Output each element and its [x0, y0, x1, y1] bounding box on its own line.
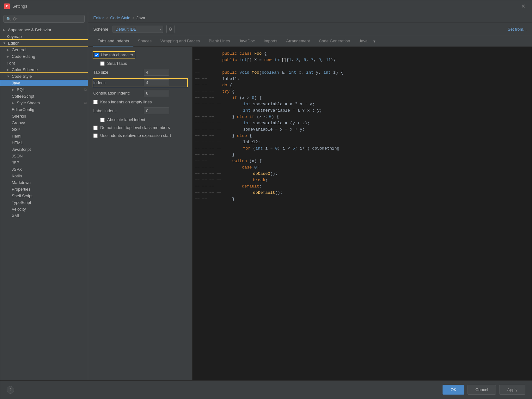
sidebar-tree: ▶ Appearance & Behavior Keymap ▼ Editor … [0, 25, 88, 380]
sidebar-item-label: Color Scheme [12, 67, 88, 72]
gear-button[interactable]: ⚙ [166, 25, 174, 33]
continuation-indent-row: Continuation indent: [93, 90, 187, 96]
sidebar-item-kotlin[interactable]: Kotlin [0, 173, 88, 179]
tab-size-input[interactable] [144, 69, 169, 76]
tab-arrangement[interactable]: Arrangement [282, 36, 314, 46]
sidebar-item-keymap[interactable]: Keymap [0, 33, 88, 40]
sidebar-item-properties[interactable]: Properties [0, 186, 88, 193]
sidebar-item-gsp[interactable]: GSP [0, 126, 88, 133]
settings-window: P Settings ✕ 🔍 ▶ Appearance & Behavior K… [0, 0, 532, 399]
sidebar-item-font[interactable]: Font [0, 60, 88, 66]
code-text: do { [222, 82, 232, 89]
close-button[interactable]: ✕ [519, 2, 528, 10]
line-markers: —— —— —— —— [195, 171, 222, 176]
code-text: try { [222, 89, 235, 95]
sidebar-item-style-sheets[interactable]: ▶ Style Sheets ⧉ [0, 100, 88, 106]
sidebar-item-color-scheme[interactable]: ▶ Color Scheme [0, 66, 88, 73]
sidebar-item-shell-script[interactable]: Shell Script [0, 193, 88, 199]
sidebar-item-sql[interactable]: ▶ SQL ⧉ [0, 86, 88, 93]
line-markers: —— —— —— [195, 164, 220, 170]
scheme-bar: Scheme: Default IDE ▾ ⚙ Set from... [88, 22, 532, 36]
set-from-link[interactable]: Set from... [508, 27, 527, 32]
line-markers: —— —— —— [195, 152, 220, 157]
scheme-select[interactable]: Default IDE [113, 26, 163, 33]
sidebar-item-code-editing[interactable]: ▶ Code Editing [0, 53, 88, 60]
expand-arrow: ▶ [12, 101, 15, 105]
help-button[interactable]: ? [7, 386, 14, 394]
tab-spaces[interactable]: Spaces [133, 36, 156, 46]
search-box[interactable]: 🔍 [3, 15, 85, 23]
code-text: someVariable = x = x + y; [223, 126, 305, 133]
sidebar-item-code-style[interactable]: ▼ Code Style [0, 73, 88, 80]
code-line: —— —— —— if (x > 0) { [193, 95, 532, 101]
sidebar-item-label: XML [12, 213, 88, 218]
sidebar-item-coffeescript[interactable]: CoffeeScript [0, 93, 88, 100]
sidebar-item-xml[interactable]: XML [0, 212, 88, 219]
sidebar-item-typescript[interactable]: TypeScript [0, 199, 88, 206]
expand-arrow: ▼ [3, 41, 7, 45]
sidebar-item-label: Properties [12, 187, 88, 192]
search-input[interactable] [13, 16, 82, 21]
expand-arrow: ▶ [12, 88, 15, 91]
scheme-select-wrapper[interactable]: Default IDE ▾ [113, 26, 163, 33]
sidebar-item-html[interactable]: HTML [0, 139, 88, 146]
line-markers: —— [195, 57, 220, 62]
tab-tabs-and-indents[interactable]: Tabs and Indents [93, 36, 133, 46]
tab-imports[interactable]: Imports [259, 36, 282, 46]
copy-icon: ⧉ [84, 101, 87, 105]
sidebar-item-label: Velocity [12, 207, 88, 212]
code-text: doDefault(); [223, 190, 283, 196]
ok-button[interactable]: OK [443, 385, 464, 395]
absolute-label-indent-row: Absolute label indent [93, 117, 187, 122]
sidebar-item-gherkin[interactable]: Gherkin [0, 113, 88, 120]
code-text: } else if (x < 0) { [222, 114, 279, 120]
cancel-button[interactable]: Cancel [468, 385, 496, 395]
sidebar-item-javascript[interactable]: JavaScript [0, 146, 88, 153]
apply-button[interactable]: Apply [499, 385, 525, 395]
indent-input[interactable] [144, 79, 169, 86]
smart-tabs-checkbox[interactable] [100, 61, 105, 66]
tab-more-chevron[interactable]: ▾ [372, 36, 377, 46]
sidebar-item-jspx[interactable]: JSPX [0, 166, 88, 173]
keep-indents-row: Keep indents on empty lines [93, 100, 187, 104]
sidebar-item-editorconfig[interactable]: EditorConfig [0, 106, 88, 113]
line-markers: —— —— [195, 158, 220, 163]
no-indent-top-level-checkbox[interactable] [93, 126, 98, 130]
sidebar-item-jsp[interactable]: JSP [0, 159, 88, 166]
code-text: if (x > 0) { [222, 95, 262, 101]
tab-wrapping[interactable]: Wrapping and Braces [156, 36, 204, 46]
no-indent-top-level-label: Do not indent top level class members [100, 125, 170, 130]
sidebar-item-label: Java [12, 81, 88, 85]
tabs-bar: Tabs and Indents Spaces Wrapping and Bra… [88, 36, 532, 47]
use-indents-relative-checkbox[interactable] [93, 133, 98, 138]
use-tab-character-checkbox[interactable] [95, 53, 99, 57]
sidebar-item-json[interactable]: JSON [0, 153, 88, 159]
sidebar-item-velocity[interactable]: Velocity [0, 206, 88, 212]
sidebar-item-java[interactable]: Java [0, 80, 88, 86]
app-icon: P [4, 3, 10, 9]
use-indents-relative-row: Use indents relative to expression start [93, 133, 187, 138]
tab-code-generation[interactable]: Code Generation [314, 36, 354, 46]
breadcrumb-editor[interactable]: Editor [93, 15, 104, 20]
tab-javadoc[interactable]: JavaDoc [234, 36, 259, 46]
sidebar-item-editor[interactable]: ▼ Editor [0, 40, 88, 46]
sidebar-item-groovy[interactable]: Groovy [0, 120, 88, 126]
sidebar-item-general[interactable]: ▶ General [0, 46, 88, 53]
sidebar-item-haml[interactable]: Haml [0, 133, 88, 139]
sidebar-item-markdown[interactable]: Markdown [0, 179, 88, 186]
use-indents-relative-label: Use indents relative to expression start [100, 133, 171, 138]
keep-indents-checkbox[interactable] [93, 100, 98, 104]
line-markers: —— —— —— [195, 183, 220, 189]
tab-blank-lines[interactable]: Blank Lines [204, 36, 234, 46]
breadcrumb-sep-2: > [132, 15, 135, 20]
label-indent-input[interactable] [144, 107, 169, 114]
search-icon: 🔍 [6, 17, 11, 21]
absolute-label-indent-checkbox[interactable] [100, 118, 105, 122]
code-line: —— —— —— —— int someVariable = (y + z); [193, 120, 532, 126]
tab-java[interactable]: Java [355, 36, 372, 46]
sidebar-item-label: Style Sheets [17, 101, 83, 105]
sidebar-item-label: Kotlin [12, 174, 88, 178]
sidebar-item-appearance[interactable]: ▶ Appearance & Behavior [0, 27, 88, 33]
continuation-indent-input[interactable] [144, 90, 169, 96]
breadcrumb-code-style[interactable]: Code Style [110, 15, 131, 20]
